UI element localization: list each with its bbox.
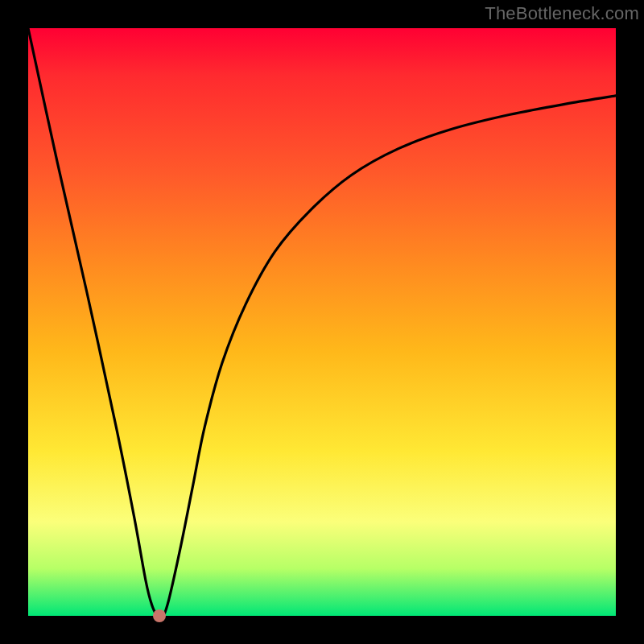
- plot-area: [28, 28, 616, 616]
- attribution-text: TheBottleneck.com: [485, 3, 639, 24]
- bottleneck-curve: [28, 28, 616, 617]
- curve-svg: [28, 28, 616, 616]
- optimal-point-marker: [153, 609, 166, 622]
- chart-container: TheBottleneck.com: [0, 0, 644, 644]
